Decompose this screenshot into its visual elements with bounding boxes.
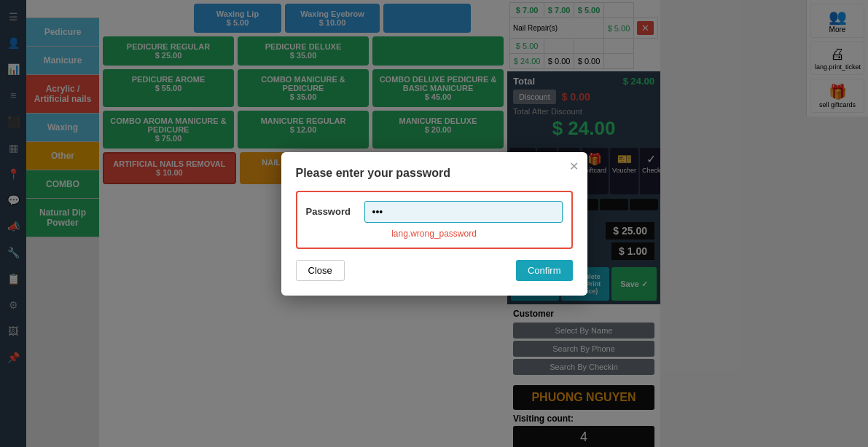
modal-title: Please enter your password (296, 167, 573, 180)
modal-overlay: ✕ Please enter your password Password la… (0, 0, 868, 447)
modal-close-button[interactable]: Close (296, 260, 345, 281)
modal-footer: Close Confirm (296, 260, 573, 281)
password-label: Password (306, 206, 357, 217)
password-modal: ✕ Please enter your password Password la… (281, 152, 587, 296)
modal-close-x[interactable]: ✕ (569, 159, 579, 173)
password-error: lang.wrong_password (306, 229, 563, 239)
modal-confirm-button[interactable]: Confirm (516, 260, 573, 281)
password-input[interactable] (364, 201, 563, 223)
modal-body: Password lang.wrong_password (296, 191, 573, 249)
password-field-row: Password (306, 201, 563, 223)
